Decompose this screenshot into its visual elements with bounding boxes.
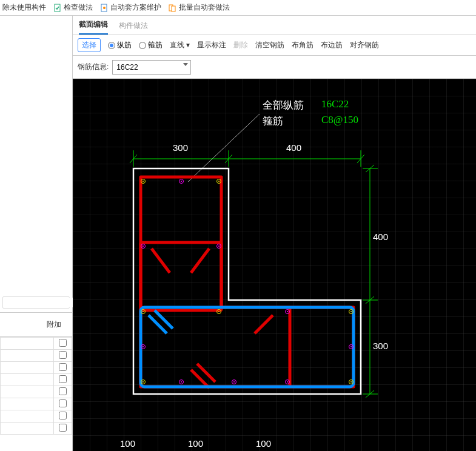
tree-area: 🔍 — [0, 16, 72, 313]
table-row[interactable] — [1, 410, 72, 423]
chevron-down-icon — [183, 63, 188, 66]
tab-component[interactable]: 构件做法 — [119, 21, 148, 35]
auto-scheme-button[interactable]: 自动套方案维护 — [100, 2, 161, 13]
right-area: 截面编辑 构件做法 选择 纵筋 箍筋 直线 ▾ 显示标注 删除 清空钢筋 布角筋… — [73, 16, 476, 451]
radio-stirrup[interactable]: 箍筋 — [139, 40, 163, 50]
svg-line-5 — [188, 114, 260, 182]
delete-button[interactable]: 删除 — [233, 40, 248, 50]
svg-line-24 — [255, 315, 273, 333]
svg-point-2 — [103, 7, 106, 9]
check-method-button[interactable]: 检查做法 — [53, 2, 93, 13]
table-row[interactable] — [1, 423, 72, 435]
search-box[interactable]: 🔍 — [2, 296, 70, 309]
rebar-dot — [179, 379, 184, 384]
table-row[interactable] — [1, 350, 72, 362]
align-button[interactable]: 对齐钢筋 — [350, 40, 379, 50]
clear-button[interactable]: 清空钢筋 — [255, 40, 284, 50]
row-checkbox[interactable] — [59, 387, 67, 395]
batch-auto-button[interactable]: 批量自动套做法 — [169, 2, 230, 13]
line-button[interactable]: 直线 ▾ — [170, 40, 190, 50]
scheme-label: 自动套方案维护 — [110, 2, 161, 13]
rebar-dot — [285, 309, 290, 314]
drawing-canvas[interactable]: 300 400 400 300 100 100 100 全部纵筋 16C22 箍… — [73, 79, 476, 451]
section-svg — [73, 79, 476, 451]
batch-icon — [169, 4, 177, 12]
prop-grid — [0, 337, 72, 451]
svg-rect-27 — [141, 307, 354, 387]
rebar-info-label: 钢筋信息: — [78, 62, 109, 72]
row-checkbox[interactable] — [59, 412, 67, 419]
rebar-dot — [349, 309, 354, 314]
doc-check-icon — [53, 4, 62, 12]
row-checkbox[interactable] — [59, 339, 67, 347]
row-checkbox[interactable] — [59, 375, 67, 383]
rebar-dot — [216, 179, 221, 184]
svg-rect-20 — [141, 242, 221, 310]
info-row: 钢筋信息: 16C22 — [73, 56, 476, 79]
showlabel-button[interactable]: 显示标注 — [197, 40, 226, 50]
rebar-dot — [141, 179, 146, 184]
table-row[interactable] — [1, 362, 72, 374]
tab-section[interactable]: 截面编辑 — [79, 19, 108, 35]
top-toolbar: 除未使用构件 检查做法 自动套方案维护 批量自动套做法 — [0, 0, 476, 16]
svg-line-23 — [191, 249, 209, 273]
grid-header: 附加 — [0, 313, 72, 337]
rebar-dot — [141, 309, 146, 314]
rebar-dot — [141, 344, 146, 349]
row-checkbox[interactable] — [59, 363, 67, 371]
option-row: 选择 纵筋 箍筋 直线 ▾ 显示标注 删除 清空钢筋 布角筋 布边筋 对齐钢筋 — [73, 35, 476, 56]
rebar-info-combo[interactable]: 16C22 — [112, 60, 191, 75]
doc-gear-icon — [100, 4, 109, 12]
combo-value: 16C22 — [116, 63, 138, 72]
left-panel: 🔍 附加 — [0, 16, 73, 451]
row-checkbox[interactable] — [59, 424, 67, 432]
select-button[interactable]: 选择 — [78, 38, 101, 52]
table-row[interactable] — [1, 398, 72, 410]
unused-label: 除未使用构件 — [2, 2, 46, 13]
radio-off-icon — [139, 42, 146, 49]
row-checkbox[interactable] — [59, 351, 67, 359]
svg-rect-4 — [172, 6, 175, 12]
rebar-dot — [216, 309, 221, 314]
rebar-dot — [216, 244, 221, 249]
batch-label: 批量自动套做法 — [179, 2, 230, 13]
tabs: 截面编辑 构件做法 — [73, 16, 476, 35]
addl-header: 附加 — [47, 319, 61, 330]
rebar-dot — [232, 379, 236, 384]
svg-rect-0 — [55, 4, 60, 12]
table-row[interactable] — [1, 338, 72, 350]
edge-button[interactable]: 布边筋 — [321, 40, 343, 50]
corner-button[interactable]: 布角筋 — [292, 40, 313, 50]
svg-line-22 — [152, 249, 170, 273]
rebar-dot — [285, 379, 290, 384]
rebar-dot — [349, 344, 354, 349]
rebar-dot — [349, 379, 354, 384]
rebar-dot — [141, 244, 146, 249]
rebar-dot — [179, 179, 184, 184]
check-label: 检查做法 — [64, 2, 93, 13]
rebar-dot — [141, 379, 146, 384]
unused-components-button[interactable]: 除未使用构件 — [2, 2, 46, 13]
table-row[interactable] — [1, 374, 72, 386]
row-checkbox[interactable] — [59, 399, 67, 407]
table-row[interactable] — [1, 386, 72, 398]
radio-longitudinal[interactable]: 纵筋 — [108, 40, 132, 50]
radio-on-icon — [108, 42, 115, 49]
